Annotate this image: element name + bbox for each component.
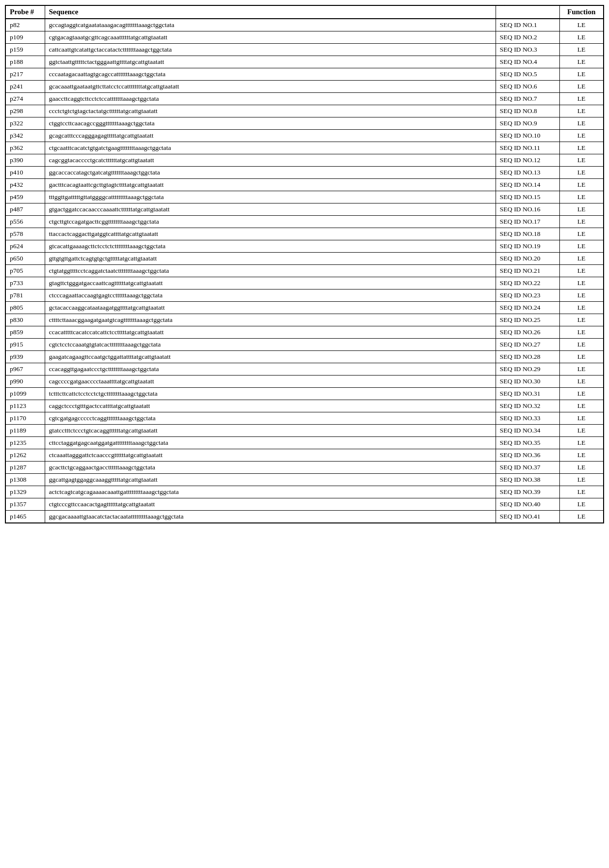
cell-probe: p1170 xyxy=(5,412,45,425)
cell-probe: p322 xyxy=(5,117,45,130)
cell-sequence: cttcctaggatgagcaatggatgatttttttttaaagctg… xyxy=(45,437,496,449)
cell-seqid: SEQ ID NO.11 xyxy=(496,142,559,154)
cell-probe: p487 xyxy=(5,203,45,216)
table-row: p733gtagttctgggatgaccaattcagttttttatgcat… xyxy=(5,277,604,289)
cell-seqid: SEQ ID NO.29 xyxy=(496,363,559,376)
cell-function: LE xyxy=(559,437,604,449)
cell-function: LE xyxy=(559,68,604,81)
cell-seqid: SEQ ID NO.41 xyxy=(496,511,559,523)
cell-probe: p1329 xyxy=(5,486,45,498)
cell-probe: p556 xyxy=(5,216,45,228)
cell-seqid: SEQ ID NO.30 xyxy=(496,376,559,388)
cell-function: LE xyxy=(559,203,604,216)
cell-seqid: SEQ ID NO.37 xyxy=(496,462,559,474)
table-row: p459tttggttgatttttgttatggggcatttttttttaa… xyxy=(5,191,604,203)
cell-function: LE xyxy=(559,449,604,462)
cell-probe: p241 xyxy=(5,81,45,93)
cell-function: LE xyxy=(559,117,604,130)
cell-function: LE xyxy=(559,130,604,142)
cell-seqid: SEQ ID NO.17 xyxy=(496,216,559,228)
cell-sequence: ctgcttgtccagatgacttcggttttttttaaagctggct… xyxy=(45,216,496,228)
table-row: p1170cgtcgatgagccccctcaggtttttttaaagctgg… xyxy=(5,412,604,425)
cell-function: LE xyxy=(559,154,604,167)
cell-sequence: cagcggtacacccctgcatcttttttatgcattgtaatat… xyxy=(45,154,496,167)
header-sequence: Sequence xyxy=(45,5,496,19)
table-row: p1357ctgtcccgttccaacactgagttttttatgcattg… xyxy=(5,498,604,511)
cell-probe: p939 xyxy=(5,351,45,363)
cell-function: LE xyxy=(559,400,604,412)
cell-function: LE xyxy=(559,314,604,326)
cell-seqid: SEQ ID NO.24 xyxy=(496,302,559,314)
cell-seqid: SEQ ID NO.12 xyxy=(496,154,559,167)
cell-function: LE xyxy=(559,240,604,253)
cell-sequence: caggctccctgtttgactccattttatgcattgtaatatt xyxy=(45,400,496,412)
cell-probe: p432 xyxy=(5,179,45,191)
cell-sequence: actctcagtcatgcagaaaacaaattgatttttttttaaa… xyxy=(45,486,496,498)
table-row: p1287gcacttctgcaggaactgaccttttttaaagctgg… xyxy=(5,462,604,474)
cell-sequence: tttggttgatttttgttatggggcatttttttttaaagct… xyxy=(45,191,496,203)
cell-function: LE xyxy=(559,339,604,351)
cell-sequence: gactttcacagtaattcgcttgtagtcttttatgcattgt… xyxy=(45,179,496,191)
cell-seqid: SEQ ID NO.26 xyxy=(496,326,559,339)
cell-sequence: gaagatcagaagttccaatgctggattattttatgcattg… xyxy=(45,351,496,363)
table-row: p322ctggtccttcaacagccgggtttttttaaagctggc… xyxy=(5,117,604,130)
table-row: p390cagcggtacacccctgcatcttttttatgcattgta… xyxy=(5,154,604,167)
cell-function: LE xyxy=(559,289,604,302)
cell-seqid: SEQ ID NO.7 xyxy=(496,93,559,105)
table-row: p432gactttcacagtaattcgcttgtagtcttttatgca… xyxy=(5,179,604,191)
cell-sequence: gcagcatttcccagggagagtttttatgcattgtaatatt xyxy=(45,130,496,142)
header-function: Function xyxy=(559,5,604,19)
cell-sequence: gtgactggatccacaacccaaaattcttttttatgcattg… xyxy=(45,203,496,216)
cell-probe: p298 xyxy=(5,105,45,117)
table-row: p805gctacaccaaggcataataagatggttttatgcatt… xyxy=(5,302,604,314)
cell-seqid: SEQ ID NO.1 xyxy=(496,19,559,31)
cell-seqid: SEQ ID NO.3 xyxy=(496,44,559,56)
cell-sequence: cagccccgatgaacccctaaattttatgcattgtaatatt xyxy=(45,376,496,388)
cell-seqid: SEQ ID NO.23 xyxy=(496,289,559,302)
cell-sequence: cttttcttaaacggaagatgaatgtcagtttttttaaagc… xyxy=(45,314,496,326)
table-row: p624gtcacattgaaaagcttctcctctcttttttttaaa… xyxy=(5,240,604,253)
cell-seqid: SEQ ID NO.15 xyxy=(496,191,559,203)
cell-sequence: ggtctaattgtttttctactgggaattgttttatgcattg… xyxy=(45,56,496,68)
cell-function: LE xyxy=(559,425,604,437)
cell-probe: p1099 xyxy=(5,388,45,400)
cell-sequence: ggcattgagtggaggcaaaggtttttatgcattgtaatat… xyxy=(45,474,496,486)
cell-probe: p781 xyxy=(5,289,45,302)
table-row: p1329actctcagtcatgcagaaaacaaattgattttttt… xyxy=(5,486,604,498)
table-row: p939gaagatcagaagttccaatgctggattattttatgc… xyxy=(5,351,604,363)
table-row: p830cttttcttaaacggaagatgaatgtcagttttttta… xyxy=(5,314,604,326)
cell-probe: p82 xyxy=(5,19,45,31)
cell-probe: p362 xyxy=(5,142,45,154)
cell-sequence: gtagttctgggatgaccaattcagttttttatgcattgta… xyxy=(45,277,496,289)
cell-function: LE xyxy=(559,511,604,523)
cell-probe: p990 xyxy=(5,376,45,388)
probe-table: Probe # Sequence Function p82gccagtaggtc… xyxy=(5,5,604,523)
cell-seqid: SEQ ID NO.19 xyxy=(496,240,559,253)
cell-seqid: SEQ ID NO.6 xyxy=(496,81,559,93)
cell-sequence: ttaccactcaggacttgatggtcattttatgcattgtaat… xyxy=(45,228,496,240)
cell-probe: p1189 xyxy=(5,425,45,437)
cell-probe: p1262 xyxy=(5,449,45,462)
cell-probe: p578 xyxy=(5,228,45,240)
cell-seqid: SEQ ID NO.36 xyxy=(496,449,559,462)
cell-seqid: SEQ ID NO.9 xyxy=(496,117,559,130)
cell-probe: p459 xyxy=(5,191,45,203)
cell-sequence: ctcccagaattaccaagtgagtccttttttaaagctggct… xyxy=(45,289,496,302)
cell-function: LE xyxy=(559,388,604,400)
cell-seqid: SEQ ID NO.38 xyxy=(496,474,559,486)
cell-function: LE xyxy=(559,412,604,425)
cell-seqid: SEQ ID NO.28 xyxy=(496,351,559,363)
cell-probe: p410 xyxy=(5,167,45,179)
cell-probe: p967 xyxy=(5,363,45,376)
cell-sequence: gttgtgttgattctcagtgtgctgtttttatgcattgtaa… xyxy=(45,253,496,265)
cell-seqid: SEQ ID NO.8 xyxy=(496,105,559,117)
cell-seqid: SEQ ID NO.4 xyxy=(496,56,559,68)
cell-function: LE xyxy=(559,93,604,105)
table-row: p1262ctcaaattagggattctcaacccgttttttatgca… xyxy=(5,449,604,462)
table-row: p556ctgcttgtccagatgacttcggttttttttaaagct… xyxy=(5,216,604,228)
cell-function: LE xyxy=(559,498,604,511)
cell-function: LE xyxy=(559,326,604,339)
table-row: p967ccacaggttgagaatccctgcttttttttaaagctg… xyxy=(5,363,604,376)
cell-sequence: cattcaattgtcatattgctaccatactctttttttaaag… xyxy=(45,44,496,56)
cell-probe: p830 xyxy=(5,314,45,326)
